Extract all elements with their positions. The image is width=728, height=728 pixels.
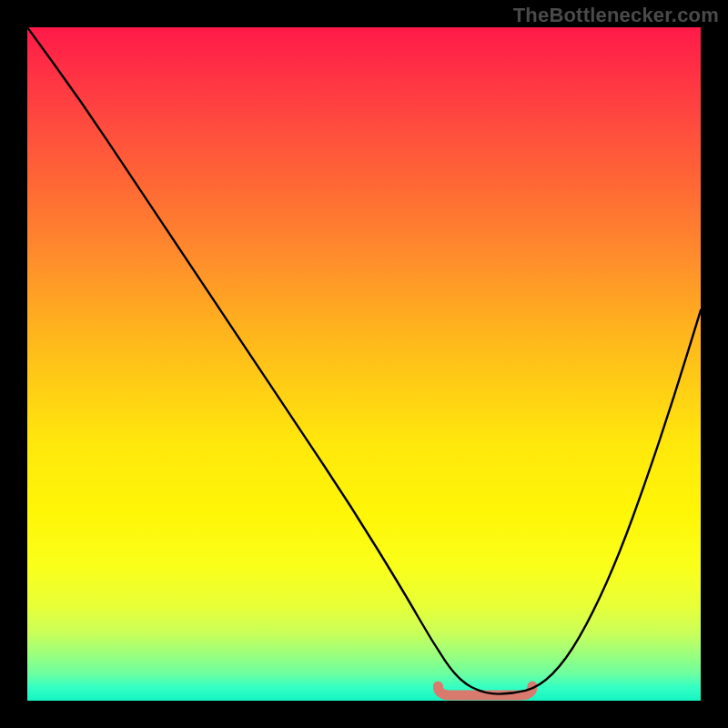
chart-frame: TheBottlenecker.com bbox=[0, 0, 728, 728]
watermark-text: TheBottlenecker.com bbox=[513, 4, 719, 27]
curve-path bbox=[27, 27, 701, 694]
bottleneck-curve bbox=[27, 27, 701, 701]
